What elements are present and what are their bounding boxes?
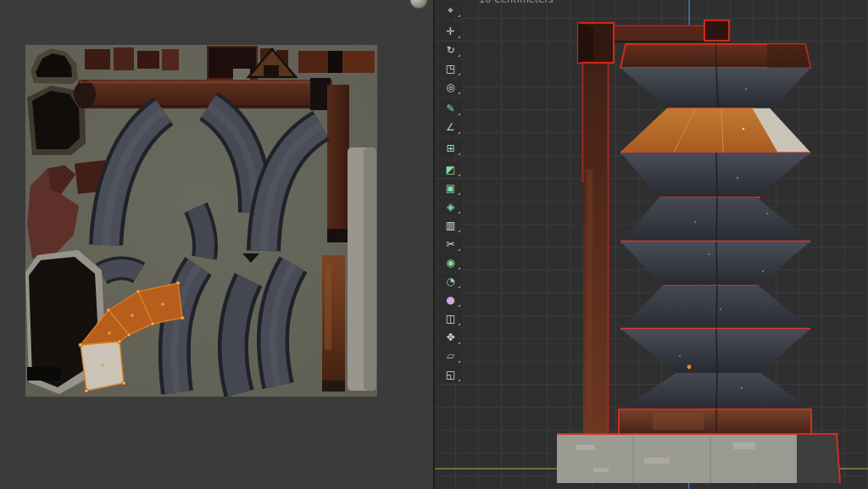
uv-island-beam-long[interactable] bbox=[74, 78, 332, 110]
subtool-corner bbox=[458, 36, 460, 38]
tool-loop-cut[interactable]: ▥ bbox=[439, 217, 462, 234]
tool-extrude-region[interactable]: ◩ bbox=[439, 161, 462, 178]
subtool-corner bbox=[458, 14, 460, 17]
tool-rip-region[interactable]: ◱ bbox=[439, 366, 462, 383]
tool-bevel[interactable]: ◈ bbox=[439, 198, 462, 215]
subtool-corner bbox=[458, 286, 460, 288]
subtool-corner bbox=[458, 211, 460, 214]
tool-spin[interactable]: ◔ bbox=[439, 273, 462, 290]
tool-move[interactable]: ✛ bbox=[439, 23, 462, 40]
tool-edge-slide[interactable]: ◫ bbox=[439, 310, 462, 327]
tool-measure[interactable]: ∠ bbox=[439, 119, 462, 136]
subtool-corner bbox=[458, 342, 460, 344]
uv-island-rust-beam[interactable] bbox=[322, 255, 345, 392]
subtool-corner bbox=[458, 54, 460, 57]
tool-smooth[interactable]: ● bbox=[439, 292, 462, 308]
subtool-corner bbox=[458, 323, 460, 325]
tool-rotate[interactable]: ↻ bbox=[439, 42, 462, 58]
subtool-corner bbox=[458, 248, 460, 251]
tool-annotate[interactable]: ✎ bbox=[439, 100, 462, 117]
subtool-corner bbox=[458, 230, 460, 232]
subtool-corner bbox=[458, 304, 460, 307]
subtool-corner bbox=[458, 360, 460, 363]
blender-window: 10 Centimeters bbox=[0, 0, 868, 489]
uv-image-editor[interactable] bbox=[0, 0, 433, 489]
tool-cursor[interactable]: ⌖ bbox=[439, 2, 462, 19]
subtool-corner bbox=[458, 192, 460, 195]
selected-faces[interactable] bbox=[620, 108, 810, 153]
tool-transform[interactable]: ◎ bbox=[439, 79, 462, 96]
tool-poly-build[interactable]: ◉ bbox=[439, 254, 462, 271]
tower-base[interactable] bbox=[557, 434, 840, 483]
tool-shrink-fatten[interactable]: ✥ bbox=[439, 329, 462, 346]
tower-rust-band[interactable] bbox=[619, 409, 811, 434]
tool-scale[interactable]: ◳ bbox=[439, 60, 462, 77]
subtool-corner bbox=[458, 131, 460, 134]
tower-stone-sections[interactable] bbox=[620, 68, 810, 409]
tool-shear[interactable]: ▱ bbox=[439, 347, 462, 364]
toolbar: ⌖✛↻◳◎✎∠⊞◩▣◈▥✂◉◔●◫✥▱◱ bbox=[439, 2, 462, 385]
subtool-corner bbox=[458, 113, 460, 115]
texture-image bbox=[25, 45, 377, 397]
beam-right-block[interactable] bbox=[704, 20, 729, 41]
3d-viewport[interactable]: 10 Centimeters bbox=[433, 0, 868, 489]
tower-top-band[interactable] bbox=[620, 44, 810, 68]
uv-island-beam-vertical[interactable] bbox=[327, 85, 349, 242]
subtool-corner bbox=[458, 92, 460, 94]
tool-knife[interactable]: ✂ bbox=[439, 236, 462, 253]
tower-pole[interactable] bbox=[583, 31, 609, 434]
subtool-corner bbox=[458, 267, 460, 270]
subtool-corner bbox=[458, 153, 460, 155]
tower-model[interactable] bbox=[435, 0, 868, 489]
uv-island-beam-topright[interactable] bbox=[298, 51, 375, 73]
tool-inset-faces[interactable]: ▣ bbox=[439, 180, 462, 197]
subtool-corner bbox=[458, 379, 460, 381]
face-dot bbox=[687, 365, 692, 370]
tool-add-cube[interactable]: ⊞ bbox=[439, 140, 462, 157]
uv-island-gray-bar[interactable] bbox=[348, 147, 376, 391]
subtool-corner bbox=[458, 73, 460, 75]
subtool-corner bbox=[458, 174, 460, 176]
